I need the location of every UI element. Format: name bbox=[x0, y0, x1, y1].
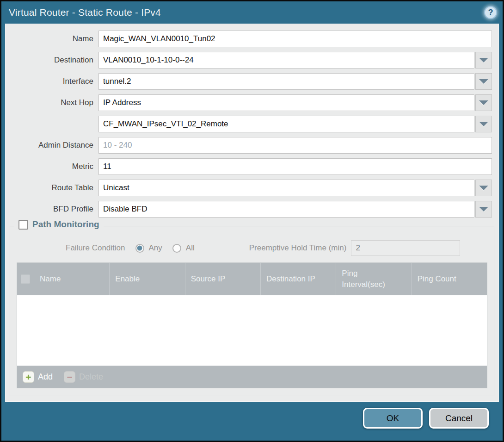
column-header-ping-interval: Ping Interval(sec) bbox=[336, 263, 412, 295]
next-hop-type-dropdown-button[interactable] bbox=[475, 94, 492, 111]
column-label: Name bbox=[40, 274, 61, 284]
select-all-checkbox[interactable] bbox=[21, 274, 30, 284]
chevron-down-icon bbox=[479, 79, 488, 84]
dialog-body: Name Destination Interface bbox=[5, 24, 499, 402]
destination-label: Destination bbox=[6, 56, 93, 65]
path-monitoring-table: Name Enable Source IP Destination IP Pin… bbox=[17, 262, 487, 388]
table-header-row: Name Enable Source IP Destination IP Pin… bbox=[17, 263, 487, 295]
column-header-source-ip: Source IP bbox=[185, 263, 261, 295]
path-monitoring-title: Path Monitoring bbox=[32, 219, 99, 230]
preemptive-hold-time-label: Preemptive Hold Time (min) bbox=[249, 243, 347, 253]
column-header-name: Name bbox=[34, 263, 110, 295]
column-label: Ping Count bbox=[418, 274, 456, 284]
column-label: Enable bbox=[115, 274, 140, 284]
delete-button-label: Delete bbox=[79, 372, 103, 382]
admin-distance-input[interactable] bbox=[98, 137, 492, 154]
path-monitoring-checkbox[interactable] bbox=[18, 220, 28, 230]
dialog-footer: OK Cancel bbox=[1, 402, 503, 441]
form-row-bfd-profile: BFD Profile bbox=[6, 201, 492, 218]
chevron-down-icon bbox=[479, 58, 488, 62]
column-header-ping-count: Ping Count bbox=[412, 263, 487, 295]
radio-all-label: All bbox=[186, 243, 195, 253]
cancel-button[interactable]: Cancel bbox=[429, 408, 489, 429]
radio-any-label: Any bbox=[149, 243, 162, 253]
form-row-next-hop: Next Hop bbox=[6, 94, 492, 111]
bfd-profile-input[interactable] bbox=[98, 201, 474, 218]
radio-any[interactable] bbox=[135, 244, 144, 253]
chevron-down-icon bbox=[479, 100, 488, 105]
table-toolbar: + Add − Delete bbox=[17, 366, 487, 388]
form-row-metric: Metric bbox=[6, 158, 492, 175]
delete-icon: − bbox=[64, 371, 75, 383]
column-label: Source IP bbox=[191, 274, 226, 284]
form-row-admin-distance: Admin Distance bbox=[6, 137, 492, 154]
next-hop-address-dropdown-button[interactable] bbox=[475, 116, 492, 132]
metric-label: Metric bbox=[6, 162, 93, 171]
radio-all[interactable] bbox=[172, 244, 181, 253]
add-button-label: Add bbox=[38, 372, 53, 382]
form-row-name: Name bbox=[6, 31, 492, 47]
failure-condition-label: Failure Condition bbox=[66, 243, 125, 253]
chevron-down-icon bbox=[479, 207, 488, 212]
route-table-label: Route Table bbox=[6, 183, 93, 193]
next-hop-label: Next Hop bbox=[6, 98, 93, 107]
preemptive-hold-time-input[interactable] bbox=[351, 240, 460, 256]
name-label: Name bbox=[6, 34, 93, 44]
dialog-titlebar: Virtual Router - Static Route - IPv4 ? bbox=[1, 1, 503, 24]
bfd-profile-dropdown-button[interactable] bbox=[475, 201, 492, 218]
column-header-destination-ip: Destination IP bbox=[261, 263, 336, 295]
interface-label: Interface bbox=[6, 77, 93, 86]
path-monitoring-legend: Path Monitoring bbox=[14, 219, 104, 230]
dialog-title: Virtual Router - Static Route - IPv4 bbox=[9, 7, 161, 18]
path-monitoring-section: Path Monitoring Failure Condition Any Al… bbox=[10, 226, 494, 396]
form-row-interface: Interface bbox=[6, 73, 492, 90]
chevron-down-icon bbox=[479, 122, 488, 126]
column-label: Ping Interval(sec) bbox=[342, 268, 393, 290]
path-monitoring-controls: Failure Condition Any All Preemptive Hol… bbox=[17, 240, 487, 256]
destination-input[interactable] bbox=[98, 52, 474, 68]
metric-input[interactable] bbox=[98, 158, 492, 175]
failure-condition-radio-group: Any All bbox=[125, 243, 195, 253]
delete-button[interactable]: − Delete bbox=[64, 371, 103, 383]
add-button[interactable]: + Add bbox=[23, 371, 53, 383]
ok-button[interactable]: OK bbox=[363, 408, 423, 429]
chevron-down-icon bbox=[479, 186, 488, 190]
bfd-profile-label: BFD Profile bbox=[6, 205, 93, 214]
next-hop-type-input[interactable] bbox=[98, 94, 474, 111]
next-hop-address-input[interactable] bbox=[98, 116, 474, 132]
destination-dropdown-button[interactable] bbox=[475, 52, 492, 68]
name-input[interactable] bbox=[98, 31, 492, 47]
interface-input[interactable] bbox=[98, 73, 474, 90]
admin-distance-label: Admin Distance bbox=[6, 141, 93, 150]
help-icon[interactable]: ? bbox=[484, 6, 497, 19]
route-table-input[interactable] bbox=[98, 180, 474, 196]
form-row-route-table: Route Table bbox=[6, 180, 492, 196]
route-table-dropdown-button[interactable] bbox=[475, 180, 492, 196]
table-body-empty bbox=[17, 295, 487, 366]
select-all-cell bbox=[17, 263, 34, 295]
column-header-enable: Enable bbox=[110, 263, 185, 295]
column-label: Destination IP bbox=[266, 274, 315, 284]
static-route-dialog: Virtual Router - Static Route - IPv4 ? N… bbox=[0, 0, 504, 442]
add-icon: + bbox=[23, 371, 34, 383]
form-row-next-hop-address bbox=[6, 116, 492, 132]
interface-dropdown-button[interactable] bbox=[475, 73, 492, 90]
form-row-destination: Destination bbox=[6, 52, 492, 68]
